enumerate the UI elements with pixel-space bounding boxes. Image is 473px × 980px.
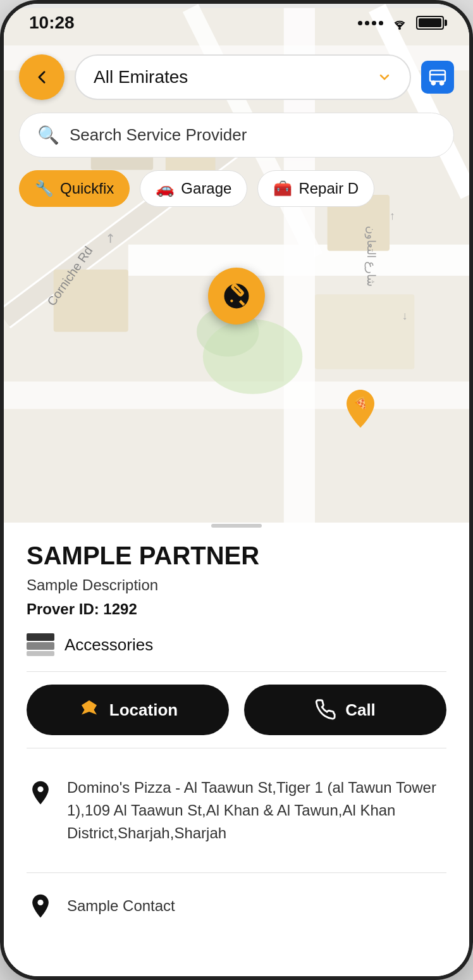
svg-point-31 [37,786,43,792]
wifi-icon [390,16,410,30]
svg-text:↓: ↓ [402,309,408,322]
partner-name: SAMPLE PARTNER [27,542,446,570]
address-pin-icon [27,779,54,807]
address-text: Domino's Pizza - Al Taawun St,Tiger 1 (a… [67,776,446,845]
svg-rect-21 [430,70,445,81]
svg-rect-28 [27,633,54,641]
food-pin: 🍕 [347,390,374,430]
svg-rect-9 [315,294,414,369]
bus-icon [421,61,454,94]
repair-label: Repair D [298,180,359,197]
svg-point-27 [398,27,401,30]
quickfix-icon: 🔧 [35,180,54,197]
address-row: Domino's Pizza - Al Taawun St,Tiger 1 (a… [27,761,446,860]
pill-garage[interactable]: 🚗 Garage [140,170,247,207]
status-time: 10:28 [29,13,75,33]
quickfix-label: Quickfix [60,180,114,197]
map-marker[interactable] [208,268,265,325]
pill-repair[interactable]: 🧰 Repair D [257,170,374,207]
emirate-label: All Emirates [94,67,188,87]
contact-label: Sample Contact [67,897,175,915]
phone-icon [315,699,336,721]
status-icons [358,16,444,30]
svg-point-25 [229,298,235,304]
status-bar: 10:28 [4,4,469,38]
svg-rect-29 [27,642,54,650]
pill-quickfix[interactable]: 🔧 Quickfix [19,170,130,207]
map-area: ↗ ↑ ↓ Corniche Rd شارع التعاون All Emira… [4,4,469,535]
search-placeholder: Search Service Provider [70,125,247,145]
search-bar[interactable]: 🔍 Search Service Provider [19,113,454,158]
location-nav-icon [78,698,101,721]
emirate-dropdown[interactable]: All Emirates [75,54,411,100]
divider-2 [27,748,446,748]
call-btn-label: Call [345,700,376,720]
contact-row: Sample Contact [27,886,446,920]
svg-text:شارع التعاون: شارع التعاون [364,226,378,287]
services-row: Accessories [27,633,446,656]
battery-icon [416,16,444,30]
svg-text:🍕: 🍕 [353,396,368,410]
category-pills: 🔧 Quickfix 🚗 Garage 🧰 Repair D [19,170,454,207]
svg-point-22 [432,82,435,85]
back-button[interactable] [19,54,64,100]
phone-frame: ↗ ↑ ↓ Corniche Rd شارع التعاون All Emira… [0,0,473,980]
svg-point-32 [37,900,43,905]
map-controls: All Emirates 🔍 [4,42,469,220]
svg-point-23 [440,82,443,85]
svg-rect-30 [27,651,54,656]
handle-bar [211,524,262,528]
search-icon: 🔍 [37,125,59,146]
top-controls: All Emirates [19,54,454,100]
garage-label: Garage [181,180,231,197]
repair-icon: 🧰 [273,180,292,197]
accessories-icon [27,633,54,656]
bottom-sheet: SAMPLE PARTNER Sample Description Prover… [4,523,469,976]
action-buttons: Location Call [27,685,446,735]
location-button[interactable]: Location [27,685,229,735]
bottom-handle [4,516,469,535]
contact-pin-icon [27,892,54,920]
signal-dots-icon [358,21,383,25]
partner-description: Sample Description [27,576,446,594]
provider-id: Prover ID: 1292 [27,600,446,618]
location-btn-label: Location [109,700,178,720]
services-text: Accessories [64,635,153,655]
divider-3 [27,872,446,873]
garage-icon: 🚗 [156,180,175,197]
call-button[interactable]: Call [244,685,446,735]
divider-1 [27,671,446,672]
